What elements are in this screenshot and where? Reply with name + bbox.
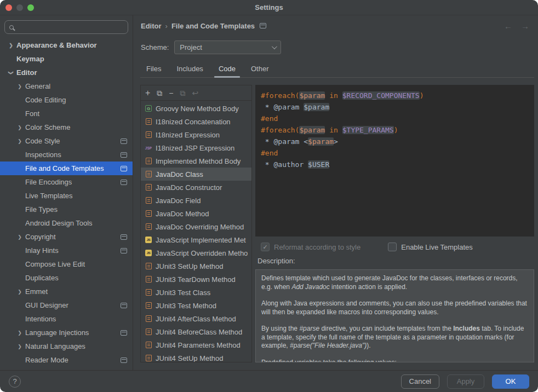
add-icon[interactable]: + bbox=[145, 89, 150, 97]
tab-includes[interactable]: Includes bbox=[171, 61, 208, 77]
sidebar-item-general[interactable]: ❯General bbox=[0, 79, 133, 93]
live-templates-checkbox[interactable] bbox=[388, 243, 397, 251]
list-item-label: I18nized Expression bbox=[156, 131, 220, 139]
chevron-right-icon[interactable]: ❯ bbox=[15, 234, 24, 240]
live-templates-label: Enable Live Templates bbox=[401, 243, 473, 251]
code-line: * @param <$param> bbox=[261, 136, 529, 147]
minimize-button[interactable] bbox=[16, 4, 23, 11]
cancel-button[interactable]: Cancel bbox=[401, 374, 439, 389]
sidebar-item-code-style[interactable]: ❯Code Style bbox=[0, 134, 133, 148]
sidebar-item-file-and-code-templates[interactable]: File and Code Templates bbox=[0, 162, 133, 175]
sidebar-item-keymap[interactable]: Keymap bbox=[0, 52, 133, 66]
code-line: #foreach($param in $TYPE_PARAMS) bbox=[261, 124, 529, 136]
list-item-i18nized-jsp-expression[interactable]: JSPI18nized JSP Expression bbox=[141, 141, 251, 154]
template-icon bbox=[144, 210, 153, 217]
sidebar-item-label: File Types bbox=[25, 205, 58, 214]
apply-button[interactable]: Apply bbox=[447, 374, 484, 389]
list-item-junit3-test-class[interactable]: JUnit3 Test Class bbox=[141, 286, 251, 299]
list-item-i18nized-expression[interactable]: I18nized Expression bbox=[141, 128, 251, 141]
list-item-javadoc-method[interactable]: JavaDoc Method bbox=[141, 207, 251, 220]
sidebar-item-language-injections[interactable]: ❯Language Injections bbox=[0, 326, 133, 339]
back-arrow-icon[interactable]: ← bbox=[504, 21, 512, 31]
sidebar-item-reader-mode[interactable]: Reader Mode bbox=[0, 353, 133, 367]
sidebar-item-label: Duplicates bbox=[25, 274, 59, 282]
search-field[interactable] bbox=[4, 20, 128, 34]
list-item-junit3-teardown-method[interactable]: JUnit3 TearDown Method bbox=[141, 273, 251, 286]
list-item-label: JavaDoc Overriding Method bbox=[156, 223, 244, 231]
chevron-right-icon[interactable]: ❯ bbox=[15, 344, 24, 349]
chevron-right-icon[interactable]: ❯ bbox=[7, 43, 15, 48]
list-item-implemented-method-body[interactable]: Implemented Method Body bbox=[141, 154, 251, 168]
list-item-junit4-setup-method[interactable]: JUnit4 SetUp Method bbox=[141, 351, 251, 362]
chevron-right-icon[interactable]: ❯ bbox=[15, 330, 24, 336]
sidebar-item-natural-languages[interactable]: ❯Natural Languages bbox=[0, 339, 133, 353]
code-editor[interactable]: #foreach($param in $RECORD_COMPONENTS) *… bbox=[255, 85, 534, 237]
description-paragraph: By using the #parse directive, you can i… bbox=[261, 325, 528, 350]
sidebar-item-font[interactable]: Font bbox=[0, 107, 133, 120]
sidebar-item-file-types[interactable]: File Types bbox=[0, 203, 133, 216]
screen-badge-icon bbox=[121, 358, 127, 363]
tab-code[interactable]: Code bbox=[213, 61, 241, 77]
sidebar-item-editor[interactable]: ❯Editor bbox=[0, 66, 133, 79]
sidebar-item-android-design-tools[interactable]: Android Design Tools bbox=[0, 216, 133, 230]
remove-icon[interactable]: − bbox=[169, 89, 173, 97]
sidebar-item-inspections[interactable]: Inspections bbox=[0, 148, 133, 162]
forward-arrow-icon[interactable]: → bbox=[521, 21, 529, 31]
chevron-right-icon[interactable]: ❯ bbox=[15, 84, 24, 89]
description-paragraph: Predefined variables take the following … bbox=[261, 359, 528, 363]
breadcrumb-editor[interactable]: Editor bbox=[141, 22, 162, 30]
list-item-javascript-implemented-met[interactable]: JSJavaScript Implemented Met bbox=[141, 233, 251, 246]
list-item-javadoc-class[interactable]: JavaDoc Class bbox=[141, 168, 251, 181]
ok-button[interactable]: OK bbox=[492, 374, 529, 389]
sidebar-item-emmet[interactable]: ❯Emmet bbox=[0, 285, 133, 298]
scheme-select[interactable]: Project bbox=[174, 41, 281, 54]
sidebar-item-duplicates[interactable]: Duplicates bbox=[0, 271, 133, 285]
sidebar-item-copyright[interactable]: ❯Copyright bbox=[0, 230, 133, 244]
list-item-javadoc-overriding-method[interactable]: JavaDoc Overriding Method bbox=[141, 220, 251, 233]
tab-other[interactable]: Other bbox=[245, 61, 274, 77]
groovy-icon: G bbox=[144, 105, 153, 112]
tab-files[interactable]: Files bbox=[141, 61, 167, 77]
copy-icon[interactable]: ⧉ bbox=[157, 89, 162, 97]
list-item-junit4-beforeclass-method[interactable]: JUnit4 BeforeClass Method bbox=[141, 325, 251, 338]
scheme-row: Scheme: Project bbox=[133, 36, 538, 58]
list-item-javadoc-constructor[interactable]: JavaDoc Constructor bbox=[141, 181, 251, 194]
breadcrumb-separator-icon: › bbox=[162, 22, 171, 30]
screen-badge-icon bbox=[121, 166, 127, 171]
reformat-checkbox[interactable]: ✓ bbox=[261, 243, 270, 251]
chevron-down-icon[interactable]: ❯ bbox=[8, 68, 14, 77]
sidebar-item-compose-live-edit[interactable]: Compose Live Edit bbox=[0, 257, 133, 271]
description-box[interactable]: Defines template which used to generate … bbox=[255, 269, 534, 362]
sidebar-item-intentions[interactable]: Intentions bbox=[0, 312, 133, 326]
help-button[interactable]: ? bbox=[9, 376, 21, 388]
screen-badge-icon bbox=[121, 180, 127, 185]
list-item-javadoc-field[interactable]: JavaDoc Field bbox=[141, 194, 251, 207]
close-button[interactable] bbox=[5, 4, 12, 11]
sidebar-item-live-templates[interactable]: Live Templates bbox=[0, 189, 133, 203]
list-item-junit3-setup-method[interactable]: JUnit3 SetUp Method bbox=[141, 260, 251, 273]
sidebar-item-color-scheme[interactable]: ❯Color Scheme bbox=[0, 120, 133, 134]
chevron-right-icon[interactable]: ❯ bbox=[15, 289, 24, 295]
sidebar-item-appearance-behavior[interactable]: ❯Appearance & Behavior bbox=[0, 38, 133, 52]
sidebar-item-gui-designer[interactable]: GUI Designer bbox=[0, 298, 133, 312]
template-icon bbox=[144, 223, 153, 230]
template-detail: #foreach($param in $RECORD_COMPONENTS) *… bbox=[255, 85, 534, 362]
sidebar-item-file-encodings[interactable]: File Encodings bbox=[0, 175, 133, 189]
search-input[interactable] bbox=[17, 24, 123, 31]
list-item-i18nized-concatenation[interactable]: I18nized Concatenation bbox=[141, 115, 251, 128]
list-item-junit3-test-method[interactable]: JUnit3 Test Method bbox=[141, 299, 251, 312]
template-icon bbox=[144, 171, 153, 177]
list-item-javascript-overridden-metho[interactable]: JSJavaScript Overridden Metho bbox=[141, 246, 251, 260]
code-line: #end bbox=[261, 113, 529, 124]
list-item-junit4-parameters-method[interactable]: JUnit4 Parameters Method bbox=[141, 338, 251, 351]
sidebar-item-label: Compose Live Edit bbox=[25, 260, 85, 268]
list-item-label: JavaDoc Field bbox=[156, 197, 201, 205]
zoom-button[interactable] bbox=[27, 4, 34, 11]
sidebar-item-label: File Encodings bbox=[25, 178, 72, 186]
chevron-right-icon[interactable]: ❯ bbox=[15, 125, 24, 130]
sidebar-item-code-editing[interactable]: Code Editing bbox=[0, 93, 133, 107]
list-item-junit4-afterclass-method[interactable]: JUnit4 AfterClass Method bbox=[141, 312, 251, 325]
sidebar-item-inlay-hints[interactable]: Inlay Hints bbox=[0, 244, 133, 257]
chevron-right-icon[interactable]: ❯ bbox=[15, 139, 24, 144]
list-item-groovy-new-method-body[interactable]: GGroovy New Method Body bbox=[141, 102, 251, 115]
